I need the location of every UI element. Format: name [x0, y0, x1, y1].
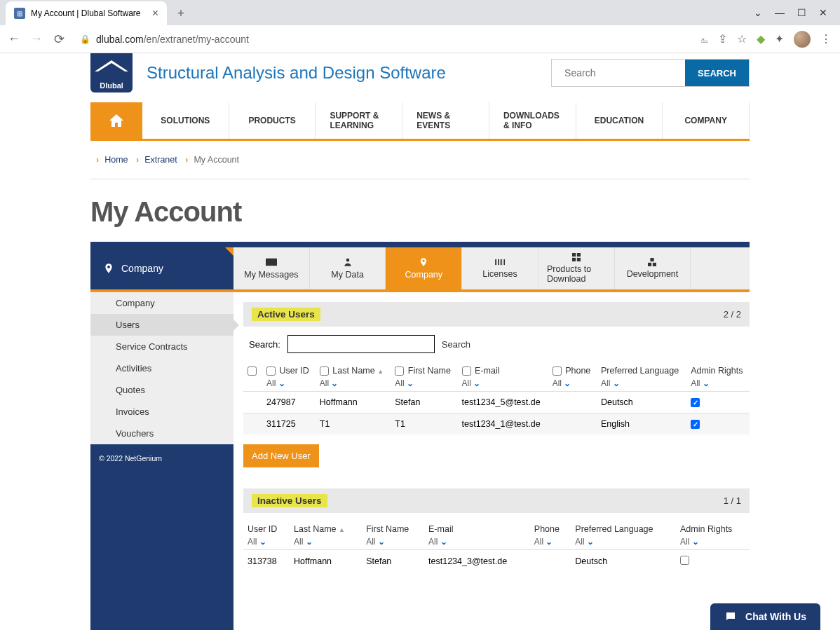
nav-news[interactable]: NEWS & EVENTS	[402, 102, 489, 139]
breadcrumb-home[interactable]: Home	[104, 155, 128, 165]
filter-userid[interactable]: All	[248, 537, 285, 547]
translate-icon[interactable]: ⎁	[701, 33, 708, 46]
logo-icon	[95, 57, 128, 71]
filter-phone[interactable]: All	[534, 537, 567, 547]
user-search-button[interactable]: Search	[442, 339, 470, 350]
nav-home[interactable]	[90, 102, 142, 139]
side-tab-company[interactable]: Company	[90, 247, 233, 289]
tab-products[interactable]: Products to Download	[538, 247, 615, 289]
chat-widget[interactable]: Chat With Us	[710, 603, 820, 630]
browser-tab[interactable]: ⊞ My Account | Dlubal Software ×	[6, 1, 167, 25]
breadcrumb-current: My Account	[194, 155, 239, 165]
inactive-users-table: User IDAll Last Name ▲All First NameAll …	[243, 521, 750, 573]
table-row[interactable]: 313738 Hoffmann Stefan test1234_3@test.d…	[243, 550, 750, 573]
sidebar-item-users[interactable]: Users	[90, 314, 233, 336]
tab-company[interactable]: Company	[386, 247, 462, 289]
nav-education[interactable]: EDUCATION	[576, 102, 663, 139]
sort-icon[interactable]: ▲	[339, 526, 345, 533]
profile-avatar[interactable]	[794, 31, 811, 48]
extensions-icon[interactable]: ✦	[775, 32, 784, 46]
col-check-email[interactable]	[462, 367, 471, 376]
search-button[interactable]: SEARCH	[685, 60, 749, 86]
cell-firstname: Stefan	[391, 392, 457, 413]
reload-button[interactable]: ⟳	[52, 32, 66, 47]
filter-lang[interactable]: All	[601, 378, 682, 388]
nav-products[interactable]: PRODUCTS	[229, 102, 316, 139]
select-all-checkbox[interactable]	[248, 367, 257, 376]
inactive-users-count: 1 / 1	[724, 495, 741, 506]
cell-admin[interactable]	[686, 413, 750, 435]
filter-email[interactable]: All	[462, 378, 544, 388]
chevron-down-icon[interactable]: ⌄	[754, 7, 762, 18]
inactive-users-label: Inactive Users	[252, 494, 327, 507]
sidebar-item-service-contracts[interactable]: Service Contracts	[90, 336, 233, 357]
col-check-userid[interactable]	[266, 367, 276, 376]
filter-firstname[interactable]: All	[395, 378, 453, 388]
table-row[interactable]: 311725 T1 T1 test1234_1@test.de English	[243, 413, 750, 435]
user-search-input[interactable]	[287, 335, 435, 353]
forward-button[interactable]: →	[29, 32, 43, 46]
col-check-firstname[interactable]	[395, 367, 404, 376]
address-bar[interactable]: 🔒 dlubal.com/en/extranet/my-account	[74, 34, 693, 45]
cell-admin[interactable]	[686, 392, 750, 413]
filter-userid[interactable]: All	[266, 378, 311, 388]
svg-rect-9	[503, 259, 503, 265]
site-search: SEARCH	[551, 59, 750, 87]
filter-lastname[interactable]: All	[320, 378, 387, 388]
breadcrumb-extranet[interactable]: Extranet	[144, 155, 177, 165]
filter-admin[interactable]: All	[691, 378, 745, 388]
back-button[interactable]: ←	[7, 32, 21, 46]
active-users-table: User IDAll Last Name ▲All First NameAll …	[243, 363, 750, 434]
col-check-phone[interactable]	[553, 367, 562, 376]
maximize-icon[interactable]: ☐	[797, 7, 806, 18]
sidebar-item-activities[interactable]: Activities	[90, 357, 233, 379]
svg-rect-13	[572, 258, 576, 261]
page-viewport: Dlubal Structural Analysis and Design So…	[0, 53, 840, 630]
url-text: dlubal.com/en/extranet/my-account	[96, 34, 249, 45]
logo[interactable]: Dlubal	[90, 53, 133, 93]
table-row[interactable]: 247987 Hoffmann Stefan test1234_5@test.d…	[243, 392, 750, 413]
filter-lang[interactable]: All	[575, 537, 672, 547]
svg-rect-5	[496, 259, 497, 265]
filter-email[interactable]: All	[428, 537, 526, 547]
sidebar: Company Users Service Contracts Activiti…	[90, 292, 233, 630]
menu-icon[interactable]: ⋮	[820, 32, 832, 46]
nav-solutions[interactable]: SOLUTIONS	[142, 102, 229, 139]
close-tab-icon[interactable]: ×	[152, 7, 158, 20]
cell-admin[interactable]	[676, 550, 750, 573]
cell-phone	[548, 413, 597, 435]
bookmark-icon[interactable]: ☆	[737, 32, 747, 46]
extension-icon[interactable]: ◆	[757, 32, 765, 46]
cell-email: test1234_3@test.de	[424, 550, 530, 573]
new-tab-button[interactable]: +	[171, 4, 191, 23]
search-label: Search:	[249, 339, 280, 350]
sidebar-item-invoices[interactable]: Invoices	[90, 401, 233, 423]
sort-icon[interactable]: ▲	[377, 368, 384, 375]
filter-phone[interactable]: All	[553, 378, 592, 388]
sidebar-item-quotes[interactable]: Quotes	[90, 379, 233, 401]
tab-my-data[interactable]: My Data	[310, 247, 386, 289]
main-nav: SOLUTIONS PRODUCTS SUPPORT & LEARNING NE…	[90, 102, 750, 141]
tab-title: My Account | Dlubal Software	[31, 8, 147, 18]
add-user-button[interactable]: Add New User	[243, 444, 319, 467]
sidebar-item-vouchers[interactable]: Vouchers	[90, 423, 233, 444]
cell-phone	[548, 392, 597, 413]
tab-my-messages[interactable]: My Messages	[233, 247, 310, 289]
nav-company[interactable]: COMPANY	[663, 102, 750, 139]
search-input[interactable]	[564, 67, 687, 78]
nav-downloads[interactable]: DOWNLOADS & INFO	[489, 102, 576, 139]
tab-licenses[interactable]: Licenses	[462, 247, 538, 289]
close-window-icon[interactable]: ✕	[819, 7, 827, 18]
window-controls: ⌄ ― ☐ ✕	[754, 0, 840, 25]
sidebar-item-company[interactable]: Company	[90, 292, 233, 314]
nav-support[interactable]: SUPPORT & LEARNING	[316, 102, 402, 139]
col-check-lastname[interactable]	[320, 367, 329, 376]
minimize-icon[interactable]: ―	[775, 7, 785, 18]
user-search-row: Search: Search	[243, 335, 750, 363]
filter-firstname[interactable]: All	[366, 537, 420, 547]
filter-admin[interactable]: All	[680, 537, 745, 547]
share-icon[interactable]: ⇪	[718, 32, 727, 46]
tab-development[interactable]: Development	[615, 247, 691, 289]
filter-lastname[interactable]: All	[294, 537, 358, 547]
svg-rect-4	[495, 259, 496, 265]
